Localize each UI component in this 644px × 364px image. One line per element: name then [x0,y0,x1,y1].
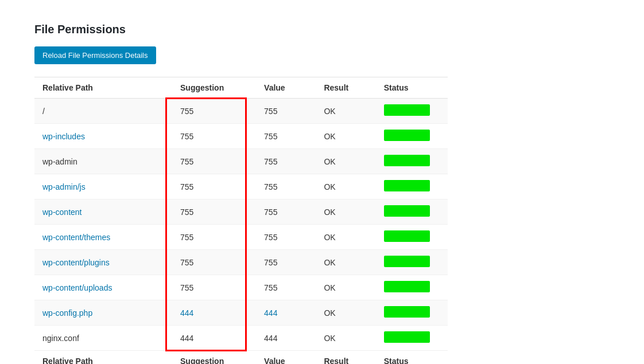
cell-result: OK [316,124,375,149]
suggestion-link[interactable]: 444 [180,308,193,318]
col-footer-result: Result [316,351,375,365]
cell-suggestion: 444 [172,300,256,326]
page-wrapper: File Permissions Reload File Permissions… [0,0,517,364]
cell-result: OK [316,300,375,326]
cell-result: OK [316,326,375,351]
cell-result: OK [316,149,375,174]
cell-value: 755 [256,250,316,275]
col-header-suggestion: Suggestion [172,77,256,99]
reload-button[interactable]: Reload File Permissions Details [34,46,156,64]
cell-suggestion: 755 [172,250,256,275]
cell-path: wp-content/uploads [34,275,172,300]
table-row: wp-includes755755OK [34,124,448,149]
cell-suggestion: 755 [172,225,256,250]
cell-suggestion: 755 [172,124,256,149]
status-badge-green [384,155,430,166]
col-footer-path: Relative Path [34,351,172,365]
cell-status [376,300,448,326]
cell-result: OK [316,250,375,275]
status-badge-green [384,104,430,116]
cell-path: wp-content [34,199,172,225]
path-link[interactable]: wp-content/themes [42,233,110,242]
cell-path: wp-admin [34,149,172,174]
table-row: /755755OK [34,99,448,124]
cell-suggestion: 755 [172,199,256,225]
cell-value: 755 [256,124,316,149]
path-link[interactable]: wp-includes [42,132,85,141]
cell-status [376,250,448,275]
cell-path: / [34,99,172,124]
status-badge-green [384,130,430,141]
col-footer-suggestion: Suggestion [172,351,256,365]
col-header-result: Result [316,77,375,99]
cell-suggestion: 755 [172,174,256,199]
table-wrapper: Relative Path Suggestion Value Result St… [34,77,448,364]
path-link[interactable]: wp-content/plugins [42,258,110,267]
permissions-table: Relative Path Suggestion Value Result St… [34,77,448,364]
status-badge-green [384,205,430,217]
cell-suggestion: 755 [172,99,256,124]
status-badge-green [384,230,430,242]
table-row: wp-content/themes755755OK [34,225,448,250]
table-row: nginx.conf444444OK [34,326,448,351]
cell-suggestion: 444 [172,326,256,351]
status-badge-green [384,331,430,343]
table-row: wp-content/plugins755755OK [34,250,448,275]
cell-value: 755 [256,174,316,199]
col-header-path: Relative Path [34,77,172,99]
cell-value: 755 [256,99,316,124]
cell-status [376,275,448,300]
cell-path: nginx.conf [34,326,172,351]
status-badge-green [384,180,430,191]
status-badge-green [384,256,430,267]
cell-suggestion: 755 [172,275,256,300]
cell-status [376,326,448,351]
cell-path: wp-includes [34,124,172,149]
table-row: wp-config.php444444OK [34,300,448,326]
value-link[interactable]: 444 [264,308,277,318]
table-row: wp-content/uploads755755OK [34,275,448,300]
cell-result: OK [316,275,375,300]
path-link[interactable]: wp-content [42,208,82,217]
table-row: wp-content755755OK [34,199,448,225]
table-row: wp-admin755755OK [34,149,448,174]
path-link[interactable]: wp-content/uploads [42,283,112,292]
cell-path: wp-admin/js [34,174,172,199]
col-footer-status: Status [376,351,448,365]
cell-value: 755 [256,225,316,250]
table-body: /755755OKwp-includes755755OKwp-admin7557… [34,99,448,351]
col-header-status: Status [376,77,448,99]
cell-status [376,174,448,199]
path-link[interactable]: wp-config.php [42,308,92,318]
col-header-value: Value [256,77,316,99]
cell-suggestion: 755 [172,149,256,174]
table-row: wp-admin/js755755OK [34,174,448,199]
status-badge-green [384,306,430,318]
cell-value: 444 [256,300,316,326]
cell-status [376,199,448,225]
cell-result: OK [316,174,375,199]
status-badge-green [384,281,430,292]
cell-status [376,99,448,124]
page-title: File Permissions [34,23,482,36]
path-link[interactable]: wp-admin/js [42,182,86,191]
cell-path: wp-content/themes [34,225,172,250]
cell-status [376,225,448,250]
cell-value: 755 [256,149,316,174]
col-footer-value: Value [256,351,316,365]
cell-path: wp-config.php [34,300,172,326]
table-header-row: Relative Path Suggestion Value Result St… [34,77,448,99]
cell-status [376,149,448,174]
cell-status [376,124,448,149]
cell-result: OK [316,99,375,124]
cell-result: OK [316,199,375,225]
cell-value: 444 [256,326,316,351]
table-footer-row: Relative Path Suggestion Value Result St… [34,351,448,365]
cell-result: OK [316,225,375,250]
cell-value: 755 [256,199,316,225]
cell-path: wp-content/plugins [34,250,172,275]
cell-value: 755 [256,275,316,300]
